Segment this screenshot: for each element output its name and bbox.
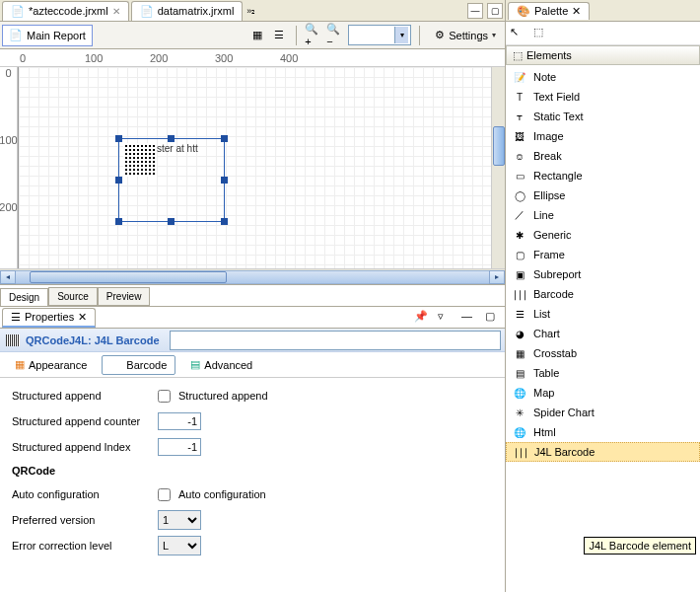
- line-icon: ／: [512, 208, 527, 222]
- minimize-button[interactable]: —: [467, 3, 483, 19]
- subreport-icon: ▣: [512, 267, 527, 281]
- horizontal-scrollbar[interactable]: ◂ ▸: [0, 268, 505, 284]
- pin-icon[interactable]: 📌: [414, 310, 430, 326]
- editor-tab-datamatrix[interactable]: 📄 datamatrix.jrxml: [131, 1, 244, 21]
- advanced-icon: ▤: [190, 358, 200, 371]
- selected-barcode-element[interactable]: ster at htt: [118, 138, 225, 222]
- resize-handle[interactable]: [168, 218, 175, 225]
- palette-item-j4l-barcode[interactable]: ∣∣∣J4L Barcode: [506, 442, 700, 462]
- report-icon: 📄: [140, 5, 154, 18]
- tab-properties[interactable]: ☰ Properties ✕: [2, 308, 96, 328]
- view-menu-icon[interactable]: ▿: [438, 310, 454, 326]
- palette-item-text-field[interactable]: TText Field: [506, 87, 700, 107]
- palette-item-note[interactable]: 📝Note: [506, 67, 700, 87]
- palette-item-label: Table: [533, 367, 559, 379]
- palette-item-generic[interactable]: ✱Generic: [506, 225, 700, 245]
- close-icon[interactable]: ✕: [78, 311, 87, 324]
- palette-item-label: Subreport: [533, 268, 581, 280]
- preferred-version-select[interactable]: 1: [158, 510, 201, 530]
- palette-item-rectangle[interactable]: ▭Rectangle: [506, 166, 700, 185]
- zoom-combo[interactable]: ▾: [348, 25, 411, 45]
- scroll-left-icon[interactable]: ◂: [0, 270, 16, 284]
- palette-item-label: Rectangle: [533, 170, 583, 182]
- auto-config-checkbox[interactable]: [158, 488, 171, 501]
- palette-item-label: J4L Barcode: [534, 446, 595, 458]
- more-tabs-icon[interactable]: »₂: [246, 6, 255, 16]
- subtab-barcode[interactable]: Barcode: [102, 355, 175, 375]
- structured-append-check-label: Structured append: [178, 390, 268, 402]
- design-canvas[interactable]: 0100200300400 0100200 ster at htt: [0, 49, 505, 284]
- preferred-version-label: Preferred version: [12, 514, 150, 526]
- drawer-icon: ⬚: [513, 49, 523, 62]
- palette-item-spider-chart[interactable]: ✳Spider Chart: [506, 403, 700, 422]
- tab-palette[interactable]: 🎨 Palette ✕: [508, 2, 590, 20]
- editor-mode-tabs: Design Source Preview: [0, 284, 505, 306]
- subtab-advanced[interactable]: ▤ Advanced: [181, 354, 261, 375]
- structured-append-label: Structured append: [12, 390, 150, 402]
- break-icon: ⎊: [512, 149, 527, 163]
- error-correction-select[interactable]: L: [158, 536, 201, 555]
- palette-item-crosstab[interactable]: ▦Crosstab: [506, 343, 700, 363]
- palette-item-chart[interactable]: ◕Chart: [506, 324, 700, 343]
- palette-item-map[interactable]: 🌐Map: [506, 383, 700, 403]
- palette-item-label: Frame: [533, 249, 565, 260]
- resize-handle[interactable]: [221, 177, 228, 184]
- close-icon[interactable]: ✕: [572, 5, 581, 18]
- resize-handle[interactable]: [221, 135, 228, 142]
- properties-title: QRCodeJ4L: J4L Barcode: [26, 334, 160, 346]
- crosstab-icon: ▦: [512, 346, 527, 360]
- zoom-in-icon[interactable]: 🔍+: [305, 27, 322, 44]
- palette-item-table[interactable]: ▤Table: [506, 363, 700, 383]
- selection-tool-icon[interactable]: ↖: [510, 26, 525, 41]
- maximize-button[interactable]: ▢: [487, 3, 503, 19]
- resize-handle[interactable]: [115, 177, 122, 184]
- rect-icon: ▭: [512, 169, 527, 183]
- palette-item-image[interactable]: 🖼Image: [506, 126, 700, 146]
- structured-append-index-input[interactable]: [158, 438, 201, 456]
- subtab-appearance[interactable]: ▦ Appearance: [6, 354, 96, 375]
- scroll-right-icon[interactable]: ▸: [489, 270, 505, 284]
- palette-item-frame[interactable]: ▢Frame: [506, 245, 700, 264]
- minimize-icon[interactable]: —: [461, 310, 477, 326]
- main-report-combo[interactable]: 📄 Main Report: [2, 25, 93, 46]
- palette-item-static-text[interactable]: ᴛStatic Text: [506, 107, 700, 126]
- resize-handle[interactable]: [221, 218, 228, 225]
- structured-append-checkbox[interactable]: [158, 390, 171, 403]
- snap-grid-icon[interactable]: ▦: [248, 27, 266, 44]
- gear-icon: ⚙: [435, 29, 445, 41]
- resize-handle[interactable]: [115, 218, 122, 225]
- settings-button[interactable]: ⚙ Settings ▾: [428, 25, 503, 46]
- palette-item-label: Break: [533, 150, 562, 162]
- palette-item-barcode[interactable]: ∣∣∣Barcode: [506, 284, 700, 304]
- palette-item-subreport[interactable]: ▣Subreport: [506, 264, 700, 284]
- tab-source[interactable]: Source: [48, 287, 98, 306]
- snap-guides-icon[interactable]: ☰: [270, 27, 288, 44]
- close-icon[interactable]: ✕: [112, 6, 120, 17]
- palette-item-list[interactable]: ☰List: [506, 304, 700, 324]
- palette-item-ellipse[interactable]: ◯Ellipse: [506, 185, 700, 205]
- vertical-scrollbar[interactable]: [491, 67, 505, 268]
- palette-item-label: Barcode: [533, 288, 574, 300]
- zoom-out-icon[interactable]: 🔍−: [326, 27, 344, 44]
- structured-append-index-label: Structured append Index: [12, 441, 150, 453]
- editor-tab-bar: 📄 *azteccode.jrxml ✕ 📄 datamatrix.jrxml …: [0, 0, 505, 22]
- editor-tab-label: *azteccode.jrxml: [29, 5, 108, 17]
- spider-icon: ✳: [512, 406, 527, 419]
- properties-tab-label: Properties: [25, 311, 74, 323]
- resize-handle[interactable]: [168, 135, 175, 142]
- resize-handle[interactable]: [115, 135, 122, 142]
- map-icon: 🌐: [512, 386, 527, 400]
- palette-item-line[interactable]: ／Line: [506, 205, 700, 225]
- elements-drawer-header[interactable]: ⬚ Elements: [506, 45, 700, 65]
- palette-item-break[interactable]: ⎊Break: [506, 146, 700, 166]
- properties-search-input[interactable]: [170, 331, 501, 350]
- tab-design[interactable]: Design: [0, 288, 48, 307]
- marquee-tool-icon[interactable]: ⬚: [533, 26, 549, 41]
- tab-preview[interactable]: Preview: [98, 287, 151, 306]
- maximize-icon[interactable]: ▢: [485, 310, 501, 326]
- structured-append-counter-input[interactable]: [158, 412, 201, 430]
- palette-item-html[interactable]: 🌐Html: [506, 422, 700, 442]
- qr-preview-icon: [123, 143, 157, 177]
- editor-tab-aztec[interactable]: 📄 *azteccode.jrxml ✕: [2, 1, 129, 21]
- palette-item-label: Image: [533, 130, 564, 142]
